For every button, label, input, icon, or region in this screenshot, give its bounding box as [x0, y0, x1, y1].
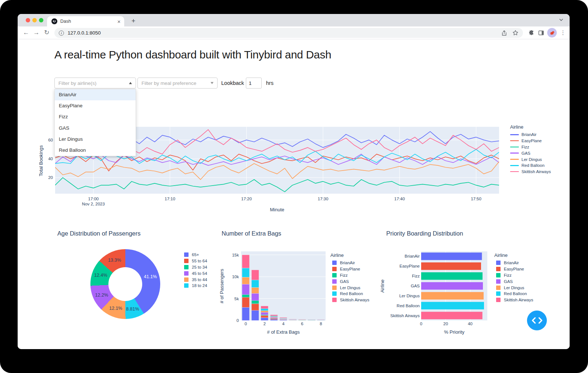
reload-icon[interactable]: ↻ [42, 28, 51, 37]
maximize-window-button[interactable] [39, 18, 43, 22]
legend-item[interactable]: 35 to 44 [182, 276, 207, 283]
bar-segment-Red Balloon[interactable] [251, 280, 259, 287]
bar-segment-BrianAir[interactable] [242, 307, 250, 320]
line-series-EasyPlane[interactable] [55, 154, 499, 171]
legend-item[interactable]: 45 to 54 [182, 270, 207, 276]
legend-item[interactable]: EasyPlane [494, 266, 533, 272]
chevron-up-icon[interactable] [129, 82, 132, 84]
lookback-input[interactable] [246, 78, 262, 89]
legend-item[interactable]: GAS [494, 278, 533, 284]
bar-segment-Red Balloon[interactable] [242, 268, 250, 277]
legend-item[interactable]: BrianAir [510, 132, 551, 138]
dropdown-option-fizz[interactable]: Fizz [55, 111, 136, 122]
dropdown-option-gas[interactable]: GAS [55, 123, 136, 134]
hbar-Skittish Airways[interactable] [421, 312, 483, 319]
legend-item[interactable]: 65+ [182, 252, 207, 258]
bar-segment-GAS[interactable] [270, 317, 277, 318]
dropdown-option-ler-dingus[interactable]: Ler Dingus [55, 134, 136, 145]
bar-segment-Fizz[interactable] [251, 301, 259, 304]
hbar-EasyPlane[interactable] [421, 262, 481, 270]
dropdown-option-easyplane[interactable]: EasyPlane [55, 100, 136, 111]
chevron-down-icon[interactable] [211, 82, 214, 84]
legend-item[interactable]: Skittish Airways [510, 169, 551, 175]
bar-segment-GAS[interactable] [242, 284, 250, 295]
tab-search-chevron-icon[interactable] [559, 17, 564, 22]
bar-segment-GAS[interactable] [261, 312, 268, 315]
profile-avatar[interactable] [547, 28, 557, 37]
browser-menu-icon[interactable]: ⋮ [559, 28, 567, 37]
legend-item[interactable]: Red Balloon [510, 162, 551, 169]
share-icon[interactable] [501, 30, 507, 36]
extra-bags-bar-chart[interactable] [241, 251, 326, 320]
browser-tab[interactable]: Dash × [47, 16, 124, 26]
url-bar[interactable]: i 127.0.0.1:8050 [54, 28, 523, 38]
legend-item[interactable]: Red Balloon [330, 291, 369, 297]
site-info-icon[interactable]: i [59, 31, 64, 36]
hbar-BrianAir[interactable] [421, 252, 482, 260]
bar-segment-BrianAir[interactable] [261, 318, 268, 320]
priority-boarding-bar-chart[interactable] [421, 251, 487, 320]
extensions-puzzle-icon[interactable] [527, 28, 536, 37]
hbar-GAS[interactable] [421, 282, 483, 290]
bar-segment-BrianAir[interactable] [251, 311, 259, 320]
bar-segment-Ler Dingus[interactable] [251, 287, 259, 293]
bar-segment-Fizz[interactable] [261, 315, 268, 316]
legend-item[interactable]: BrianAir [494, 260, 533, 266]
legend-item[interactable]: GAS [330, 278, 369, 284]
bar-segment-Red Balloon[interactable] [270, 316, 277, 317]
legend-item[interactable]: Fizz [494, 272, 533, 279]
bar-segment-EasyPlane[interactable] [270, 319, 277, 319]
bar-segment-EasyPlane[interactable] [261, 315, 268, 318]
legend-item[interactable]: Red Balloon [494, 291, 533, 297]
tab-close-icon[interactable]: × [117, 19, 121, 24]
dropdown-option-red-balloon[interactable]: Red Balloon [55, 145, 136, 156]
dropdown-option-brianair[interactable]: BrianAir [55, 89, 136, 100]
bookmark-star-icon[interactable] [512, 30, 519, 36]
new-tab-button[interactable]: + [129, 17, 138, 26]
bar-segment-Skittish Airways[interactable] [308, 319, 315, 320]
minimize-window-button[interactable] [32, 18, 37, 22]
bar-segment-Fizz[interactable] [242, 295, 250, 297]
legend-item[interactable]: 55 to 64 [182, 258, 207, 264]
legend-item[interactable]: Skittish Airways [494, 297, 533, 303]
legend-item[interactable]: EasyPlane [510, 138, 551, 144]
bar-segment-Skittish Airways[interactable] [242, 255, 250, 268]
bar-segment-Skittish Airways[interactable] [289, 319, 297, 319]
forward-icon[interactable]: → [32, 28, 41, 37]
bar-segment-Skittish Airways[interactable] [280, 318, 287, 318]
bar-segment-BrianAir[interactable] [280, 320, 287, 320]
side-panel-icon[interactable] [537, 28, 545, 37]
hbar-Fizz[interactable] [421, 272, 483, 280]
legend-item[interactable]: Ler Dingus [510, 156, 551, 162]
bar-segment-EasyPlane[interactable] [251, 304, 259, 310]
legend-item[interactable]: Ler Dingus [494, 284, 533, 291]
bar-segment-Skittish Airways[interactable] [261, 306, 268, 309]
bar-segment-Ler Dingus[interactable] [261, 311, 268, 312]
bar-segment-Skittish Airways[interactable] [317, 320, 325, 320]
bar-segment-Skittish Airways[interactable] [298, 319, 306, 320]
bar-segment-EasyPlane[interactable] [242, 297, 250, 307]
hbar-Red Balloon[interactable] [421, 302, 484, 309]
line-series-Fizz[interactable] [55, 177, 499, 191]
legend-item[interactable]: BrianAir [330, 260, 369, 266]
legend-item[interactable]: 25 to 34 [182, 264, 207, 270]
bar-segment-Skittish Airways[interactable] [270, 315, 277, 316]
legend-item[interactable]: 18 to 24 [182, 283, 207, 289]
legend-item[interactable]: Skittish Airways [330, 297, 369, 303]
age-distribution-donut-chart[interactable]: 41.1%8.81%12.1%12.2%12.4%13.3% [90, 249, 160, 319]
hbar-Ler Dingus[interactable] [421, 292, 484, 300]
legend-item[interactable]: Fizz [330, 272, 369, 279]
close-window-button[interactable] [26, 18, 30, 22]
bar-segment-Skittish Airways[interactable] [251, 270, 259, 280]
back-icon[interactable]: ← [21, 28, 31, 37]
legend-item[interactable]: Ler Dingus [330, 284, 369, 291]
dash-debug-menu-button[interactable] [527, 311, 547, 330]
bar-segment-Ler Dingus[interactable] [242, 277, 250, 284]
legend-item[interactable]: GAS [510, 150, 551, 156]
airline-filter-dropdown[interactable]: Filter by airline(s) [54, 78, 136, 89]
bar-segment-Red Balloon[interactable] [261, 309, 268, 311]
line-series-Ler Dingus[interactable] [55, 162, 499, 180]
bar-segment-BrianAir[interactable] [270, 319, 277, 320]
bar-segment-Ler Dingus[interactable] [270, 317, 277, 318]
legend-item[interactable]: Fizz [510, 144, 551, 150]
